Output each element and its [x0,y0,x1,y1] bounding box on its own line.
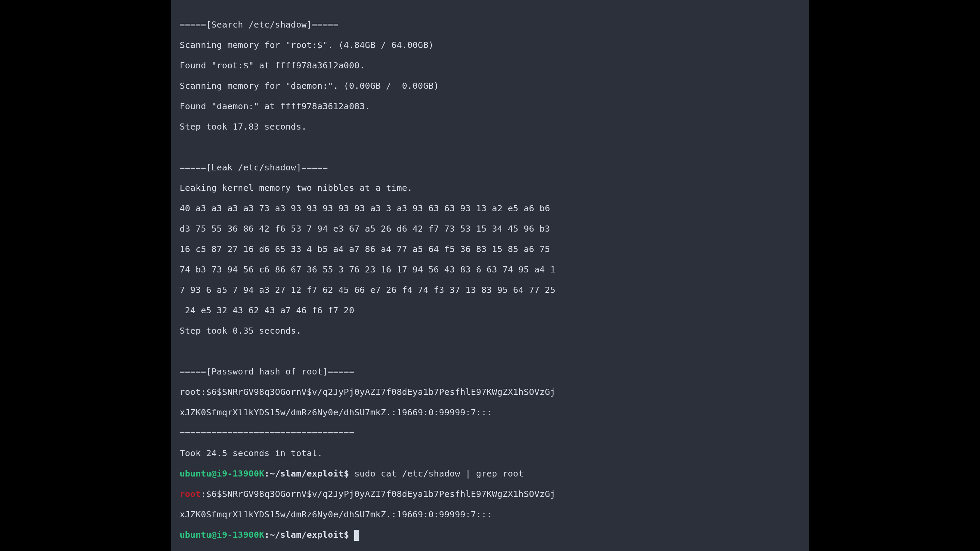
section-hash-header: =====[Password hash of root]===== [180,366,354,376]
output-line: Scanning memory for "daemon:". (0.00GB /… [180,81,439,91]
total-time-line: Took 24.5 seconds in total. [180,448,323,458]
prompt-user-host: ubuntu@i9-13900K [180,468,264,478]
prompt-dollar: $ [344,468,349,478]
separator-line: ================================= [180,427,354,438]
grep-highlight: root [180,489,201,499]
section-leak-header: =====[Leak /etc/shadow]===== [180,162,328,172]
grep-output-line: :$6$SNRrGV98q3OGornV$v/q2JyPj0yAZI7f08dE… [201,489,555,499]
hash-line: xJZK0SfmqrXl1kYDS15w/dmRz6Ny0e/dhSU7mkZ.… [180,407,492,417]
terminal-window[interactable]: =====[Search /etc/shadow]===== Scanning … [171,0,809,551]
prompt-colon: : [264,468,270,478]
hex-dump-line: 74 b3 73 94 56 c6 86 67 36 55 3 76 23 16… [180,264,555,275]
output-line: Step took 0.35 seconds. [180,326,301,336]
section-search-header: =====[Search /etc/shadow]===== [180,19,339,30]
command-text: sudo cat /etc/shadow | grep root [349,468,524,478]
output-line: Scanning memory for "root:$". (4.84GB / … [180,40,434,50]
hex-dump-line: 7 93 6 a5 7 94 a3 27 12 f7 62 45 66 e7 2… [180,285,555,295]
output-line: Found "root:$" at ffff978a3612a000. [180,60,365,70]
hex-dump-line: d3 75 55 36 86 42 f6 53 7 94 e3 67 a5 26… [180,224,550,233]
output-line: Leaking kernel memory two nibbles at a t… [180,183,412,193]
prompt-user-host: ubuntu@i9-13900K [180,530,264,540]
hex-dump-line: 24 e5 32 43 62 43 a7 46 f6 f7 20 [180,305,354,315]
prompt-dollar: $ [344,530,349,540]
hex-dump-line: 40 a3 a3 a3 a3 73 a3 93 93 93 93 93 a3 3… [180,203,550,213]
hash-line: root:$6$SNRrGV98q3OGornV$v/q2JyPj0yAZI7f… [180,387,555,397]
grep-output-line: xJZK0SfmqrXl1kYDS15w/dmRz6Ny0e/dhSU7mkZ.… [180,509,492,519]
cursor-block-icon[interactable] [354,530,360,541]
prompt-path: ~/slam/exploit [269,530,344,540]
hex-dump-line: 16 c5 87 27 16 d6 65 33 4 b5 a4 a7 86 a4… [180,244,550,254]
prompt-path: ~/slam/exploit [269,468,344,478]
prompt-colon: : [264,530,270,540]
output-line: Step took 17.83 seconds. [180,121,307,132]
output-line: Found "daemon:" at ffff978a3612a083. [180,101,370,111]
